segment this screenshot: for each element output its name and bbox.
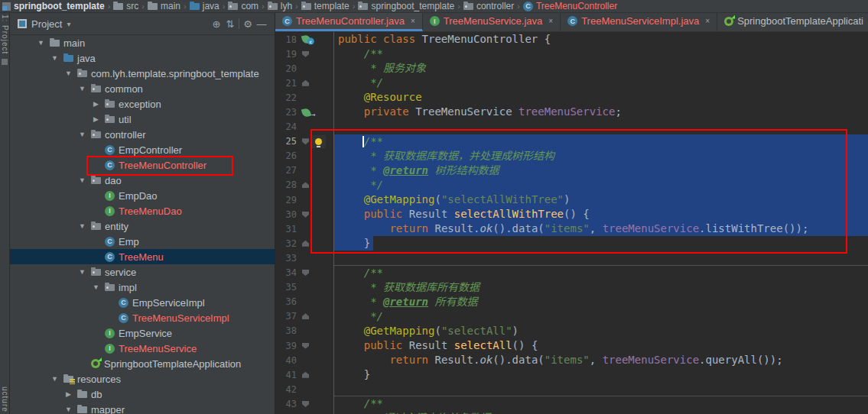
code-line-20[interactable]: 20 * 服务对象 bbox=[275, 61, 868, 76]
code-line-28[interactable]: 28 */ bbox=[275, 178, 868, 192]
code-line-34[interactable]: 34 /** bbox=[275, 266, 868, 280]
code-line-26[interactable]: 26 * 获取数据库数据，并处理成树形结构 bbox=[275, 149, 868, 163]
breadcrumb-item-springboot_template[interactable]: springboot_template bbox=[358, 1, 454, 11]
code-line-29[interactable]: 29 @GetMapping("selectAllWithTree") bbox=[275, 192, 868, 207]
tree-item-resources[interactable]: ▼resources bbox=[10, 371, 275, 387]
hide-panel-icon[interactable]: — bbox=[255, 18, 268, 30]
tool-window-button-structure[interactable]: ucture bbox=[1, 387, 9, 412]
tree-expand-icon[interactable]: ▼ bbox=[63, 70, 73, 77]
code-area[interactable]: 18cpublic class TreeMenuController {19 /… bbox=[275, 32, 868, 414]
tree-expand-icon[interactable]: ▼ bbox=[77, 268, 87, 276]
tree-item-exception[interactable]: ▶exception bbox=[10, 96, 275, 112]
breadcrumb-item-main[interactable]: main bbox=[148, 1, 180, 11]
tree-collapse-icon[interactable]: ▶ bbox=[63, 390, 73, 398]
code-line-36[interactable]: 36 * @return 所有数据 bbox=[275, 295, 868, 309]
tree-item-EmpService[interactable]: IEmpService bbox=[10, 325, 275, 341]
tree-item-EmpServiceImpl[interactable]: CEmpServiceImpl bbox=[10, 295, 275, 310]
fold-marker-icon[interactable] bbox=[302, 80, 309, 86]
tree-item-TreeMenu[interactable]: CTreeMenu bbox=[10, 249, 275, 264]
tree-expand-icon[interactable]: ▼ bbox=[50, 375, 60, 383]
locate-icon[interactable]: ⊕ bbox=[210, 18, 223, 30]
tree-item-controller[interactable]: ▼controller bbox=[10, 127, 275, 142]
code-line-21[interactable]: 21 */ bbox=[275, 76, 868, 90]
breadcrumb-item-springboot_template[interactable]: springboot_template bbox=[2, 1, 105, 11]
tree-expand-icon[interactable]: ▼ bbox=[36, 39, 46, 47]
tree-collapse-icon[interactable]: ▶ bbox=[91, 115, 101, 123]
tool-window-button-project[interactable]: 1: Project bbox=[1, 15, 9, 54]
tree-item-entity[interactable]: ▼entity bbox=[10, 218, 275, 234]
close-tab-icon[interactable]: × bbox=[411, 17, 415, 25]
tree-expand-icon[interactable]: ▼ bbox=[77, 85, 87, 92]
fold-marker-icon[interactable] bbox=[302, 401, 309, 407]
tree-item-impl[interactable]: ▼impl bbox=[10, 280, 275, 295]
code-line-22[interactable]: 22 @Resource bbox=[275, 90, 868, 105]
code-line-40[interactable]: 40 return Result.ok().data("items", tree… bbox=[275, 353, 868, 367]
fold-marker-icon[interactable] bbox=[302, 182, 309, 188]
code-line-31[interactable]: 31 return Result.ok().data("items", tree… bbox=[275, 222, 868, 236]
tree-item-util[interactable]: ▶util bbox=[10, 112, 275, 127]
settings-gear-icon[interactable]: ⚙ bbox=[241, 18, 255, 30]
editor-tab-TreeMenuController.java[interactable]: CTreeMenuController.java× bbox=[275, 13, 423, 31]
code-line-27[interactable]: 27 * @return 树形结构数据 bbox=[275, 163, 868, 178]
code-line-44[interactable]: 44 * 通过主键查询单条数据 bbox=[275, 411, 868, 414]
tree-item-TreeMenuService[interactable]: ITreeMenuService bbox=[10, 341, 275, 356]
code-line-23[interactable]: 23→ private TreeMenuService treeMenuServ… bbox=[275, 105, 868, 119]
code-line-41[interactable]: 41 } bbox=[275, 367, 868, 382]
tree-item-TreeMenuDao[interactable]: ITreeMenuDao bbox=[10, 203, 275, 218]
chevron-down-icon[interactable]: ▾ bbox=[67, 20, 70, 28]
tree-expand-icon[interactable]: ▼ bbox=[77, 176, 87, 184]
breadcrumb-item-lyh[interactable]: lyh bbox=[268, 1, 292, 11]
spring-bean-class-icon[interactable]: c bbox=[301, 34, 311, 44]
tree-item-SpringbootTemplateApplication[interactable]: SpringbootTemplateApplication bbox=[10, 356, 275, 371]
tree-item-db[interactable]: ▶db bbox=[10, 387, 275, 402]
code-line-42[interactable]: 42 bbox=[275, 382, 868, 396]
tree-collapse-icon[interactable]: ▶ bbox=[91, 100, 101, 108]
breadcrumb-item-template[interactable]: template bbox=[301, 1, 349, 11]
editor-tab-TreeMenuServiceImpl.java[interactable]: CTreeMenuServiceImpl.java× bbox=[561, 13, 717, 31]
fold-marker-icon[interactable] bbox=[302, 372, 309, 378]
breadcrumb-item-src[interactable]: src bbox=[113, 1, 138, 11]
tree-expand-icon[interactable]: ▼ bbox=[63, 406, 73, 413]
intention-bulb-icon[interactable] bbox=[310, 135, 326, 148]
code-line-25[interactable]: 25 /** bbox=[275, 134, 868, 149]
editor-tab-SpringbootTemplateApplicati[interactable]: SpringbootTemplateApplicati bbox=[717, 13, 868, 31]
tree-item-dao[interactable]: ▼dao bbox=[10, 173, 275, 188]
tree-item-TreeMenuServiceImpl[interactable]: CTreeMenuServiceImpl bbox=[10, 310, 275, 325]
tree-expand-icon[interactable]: ▼ bbox=[77, 131, 87, 138]
close-tab-icon[interactable]: × bbox=[705, 17, 710, 25]
tree-item-com.lyh.template.springboot_template[interactable]: ▼com.lyh.template.springboot_template bbox=[10, 66, 275, 81]
fold-marker-icon[interactable] bbox=[302, 313, 309, 319]
spring-autowired-icon[interactable]: → bbox=[301, 107, 311, 117]
editor-tab-TreeMenuService.java[interactable]: ITreeMenuService.java× bbox=[423, 13, 561, 31]
code-line-30[interactable]: 30 public Result selectAllWithTree() { bbox=[275, 207, 868, 222]
breadcrumb-item-com[interactable]: com bbox=[228, 1, 258, 11]
tree-item-mapper[interactable]: ▼mapper bbox=[10, 402, 275, 414]
close-tab-icon[interactable]: × bbox=[548, 17, 553, 25]
code-line-18[interactable]: 18cpublic class TreeMenuController { bbox=[275, 32, 868, 47]
code-line-37[interactable]: 37 */ bbox=[275, 309, 868, 324]
code-line-24[interactable]: 24 bbox=[275, 120, 868, 134]
fold-marker-icon[interactable] bbox=[302, 270, 309, 276]
fold-marker-icon[interactable] bbox=[302, 212, 309, 218]
fold-marker-icon[interactable] bbox=[302, 343, 309, 349]
tree-expand-icon[interactable]: ▼ bbox=[77, 222, 87, 230]
collapse-all-icon[interactable]: ⇅ bbox=[223, 18, 237, 30]
code-line-32[interactable]: 32 } bbox=[275, 236, 868, 251]
code-line-39[interactable]: 39 public Result selectAll() { bbox=[275, 338, 868, 353]
tree-item-main[interactable]: ▼main bbox=[10, 35, 275, 50]
breadcrumb-item-TreeMenuController[interactable]: CTreeMenuController bbox=[523, 1, 617, 11]
code-line-35[interactable]: 35 * 获取数据库所有数据 bbox=[275, 280, 868, 295]
fold-marker-icon[interactable] bbox=[302, 138, 309, 144]
tree-item-EmpController[interactable]: CEmpController bbox=[10, 142, 275, 157]
tree-item-EmpDao[interactable]: IEmpDao bbox=[10, 188, 275, 203]
tree-item-Emp[interactable]: CEmp bbox=[10, 234, 275, 249]
code-line-19[interactable]: 19 /** bbox=[275, 47, 868, 61]
tree-item-service[interactable]: ▼service bbox=[10, 264, 275, 280]
code-line-43[interactable]: 43 /** bbox=[275, 396, 868, 411]
project-panel-title[interactable]: Project bbox=[31, 18, 62, 30]
tree-expand-icon[interactable]: ▼ bbox=[91, 283, 101, 291]
breadcrumb-item-java[interactable]: java bbox=[190, 1, 219, 11]
tree-item-java[interactable]: ▼java bbox=[10, 50, 275, 66]
tree-item-TreeMenuController[interactable]: CTreeMenuController bbox=[10, 157, 275, 173]
tree-item-common[interactable]: ▼common bbox=[10, 81, 275, 96]
